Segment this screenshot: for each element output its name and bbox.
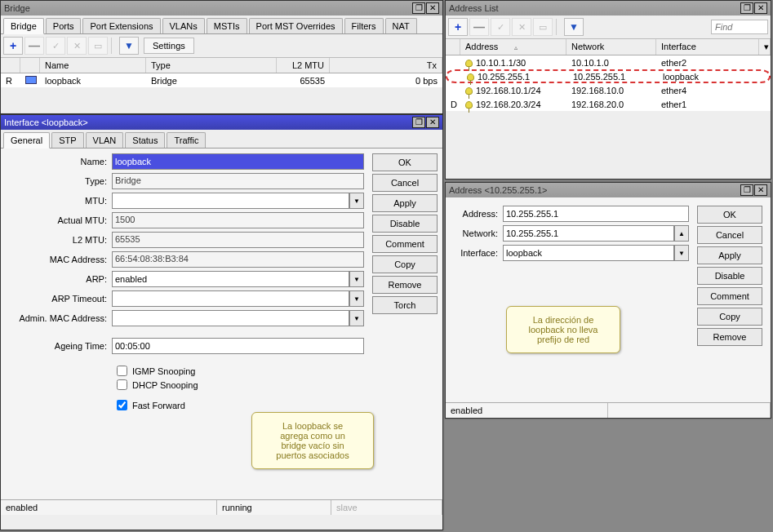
find-input[interactable] (711, 20, 768, 34)
close-icon[interactable]: ✕ (754, 184, 767, 196)
tab-port-mst-overrides[interactable]: Port MST Overrides (249, 18, 343, 33)
bridge-toolbar: + — ✓ ✕ ▭ ▼ Settings (1, 34, 442, 58)
chevron-down-icon[interactable]: ▼ (349, 290, 364, 307)
interface-window: Interface <loopback> ❐ ✕ General STP VLA… (0, 114, 443, 530)
add-button[interactable]: + (448, 18, 468, 36)
mac-field: 66:54:08:38:B3:84 (112, 251, 364, 268)
copy-button[interactable]: Copy (372, 255, 438, 273)
settings-button[interactable]: Settings (144, 38, 194, 54)
arp-field[interactable] (112, 271, 349, 287)
restore-icon[interactable]: ❐ (740, 2, 753, 14)
chevron-down-icon[interactable]: ▼ (349, 271, 364, 287)
disable-button[interactable]: Disable (697, 267, 762, 285)
tab-ports[interactable]: Ports (46, 18, 82, 33)
filter-button[interactable]: ▼ (119, 37, 139, 55)
col-tx[interactable]: Tx (330, 58, 442, 73)
network-field[interactable] (503, 225, 674, 242)
col-name[interactable]: Name (40, 58, 146, 73)
table-row[interactable]: 192.168.10.1/24192.168.10.0ether4 (446, 83, 771, 97)
remove-button[interactable]: — (24, 37, 44, 55)
copy-button[interactable]: Copy (697, 308, 762, 326)
comment-button[interactable]: ▭ (533, 18, 553, 36)
disable-button[interactable]: Disable (372, 215, 438, 233)
restore-icon[interactable]: ❐ (740, 184, 753, 196)
cancel-button[interactable]: Cancel (697, 226, 762, 244)
tab-vlans[interactable]: VLANs (162, 18, 205, 33)
close-icon[interactable]: ✕ (754, 2, 767, 14)
col-l2mtu[interactable]: L2 MTU (277, 58, 330, 73)
col-network[interactable]: Network (566, 39, 656, 55)
chevron-down-icon[interactable]: ▼ (349, 193, 364, 209)
restore-icon[interactable]: ❐ (412, 2, 425, 14)
tab-stp[interactable]: STP (51, 132, 83, 148)
addr-title: Address <10.255.255.1> (449, 185, 740, 195)
ok-button[interactable]: OK (697, 206, 762, 224)
ageing-field[interactable] (112, 338, 364, 354)
cancel-button[interactable]: Cancel (372, 174, 438, 192)
arp-timeout-field[interactable] (112, 290, 349, 307)
restore-icon[interactable]: ❐ (412, 117, 425, 128)
col-interface[interactable]: Interface (656, 39, 759, 55)
table-row[interactable]: 10.10.1.1/3010.10.1.0ether2 (446, 55, 771, 69)
interface-field[interactable] (503, 245, 674, 261)
disable-button[interactable]: ✕ (67, 37, 87, 55)
addr-statusbar: enabled (446, 402, 771, 418)
addr-button-column: OK Cancel Apply Disable Comment Copy Rem… (697, 206, 762, 394)
tab-bridge[interactable]: Bridge (3, 18, 44, 34)
col-type[interactable]: Type (146, 58, 277, 73)
admin-mac-field[interactable] (112, 310, 349, 326)
enable-button[interactable]: ✓ (491, 18, 510, 36)
row-name: loopback (40, 75, 146, 86)
fast-forward-checkbox[interactable] (117, 400, 127, 410)
pin-icon (465, 60, 473, 67)
name-field[interactable] (112, 153, 364, 170)
comment-button[interactable]: Comment (697, 287, 762, 305)
mtu-field[interactable] (112, 193, 349, 209)
filter-button[interactable]: ▼ (564, 18, 584, 36)
addrlist-header: Address▵ Network Interface ▾ (446, 39, 771, 55)
remove-button[interactable]: — (469, 18, 489, 36)
tab-nat[interactable]: NAT (385, 18, 417, 33)
table-row[interactable]: 10.255.255.110.255.255.1loopback (446, 69, 771, 83)
add-button[interactable]: + (3, 37, 23, 55)
disable-button[interactable]: ✕ (512, 18, 531, 36)
dhcp-snooping-checkbox[interactable] (117, 379, 127, 390)
chevron-down-icon[interactable]: ▼ (349, 310, 364, 326)
bridge-icon (25, 76, 37, 84)
table-row[interactable]: R loopback Bridge 65535 0 bps (1, 73, 442, 87)
tab-traffic[interactable]: Traffic (167, 132, 206, 148)
sort-asc-icon: ▵ (514, 44, 518, 51)
table-row[interactable]: D192.168.20.3/24192.168.20.0ether1 (446, 97, 771, 111)
tab-general[interactable]: General (3, 132, 50, 149)
address-window: Address <10.255.255.1> ❐ ✕ Address: Netw… (445, 182, 771, 419)
comment-button[interactable]: Comment (372, 235, 438, 253)
bridge-window: Bridge ❐ ✕ Bridge Ports Port Extensions … (0, 0, 443, 114)
remove-button[interactable]: Remove (697, 328, 762, 346)
tab-port-extensions[interactable]: Port Extensions (82, 18, 160, 33)
iface-button-column: OK Cancel Apply Disable Comment Copy Rem… (372, 153, 438, 494)
row-flag (447, 76, 462, 78)
iface-statusbar: enabled running slave (1, 499, 442, 515)
tab-filters[interactable]: Filters (344, 18, 384, 33)
col-address[interactable]: Address▵ (460, 39, 566, 55)
igmp-snooping-checkbox[interactable] (117, 366, 127, 376)
address-field[interactable] (503, 206, 689, 222)
apply-button[interactable]: Apply (697, 246, 762, 264)
tab-vlan[interactable]: VLAN (86, 132, 124, 148)
apply-button[interactable]: Apply (372, 194, 438, 212)
torch-button[interactable]: Torch (372, 296, 438, 314)
close-icon[interactable]: ✕ (426, 117, 439, 128)
chevron-up-icon[interactable]: ▲ (674, 225, 689, 242)
close-icon[interactable]: ✕ (426, 2, 439, 14)
chevron-down-icon[interactable]: ▼ (674, 245, 689, 261)
enable-button[interactable]: ✓ (46, 37, 65, 55)
address-list-window: Address List ❐ ✕ + — ✓ ✕ ▭ ▼ Address▵ Ne… (445, 0, 771, 180)
tab-status[interactable]: Status (125, 132, 165, 148)
l2mtu-field: 65535 (112, 232, 364, 248)
remove-button[interactable]: Remove (372, 276, 438, 294)
ok-button[interactable]: OK (372, 153, 438, 171)
callout-loopback-prefix: La dirección de loopback no lleva prefij… (506, 306, 620, 353)
comment-button[interactable]: ▭ (88, 37, 108, 55)
tab-mstis[interactable]: MSTIs (207, 18, 247, 33)
columns-menu-button[interactable]: ▾ (759, 39, 771, 55)
